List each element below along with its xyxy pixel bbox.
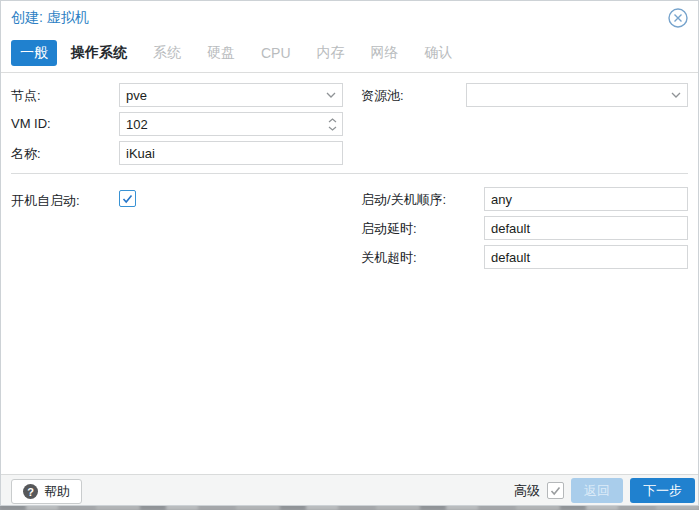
back-button: 返回 [571, 478, 623, 503]
name-input[interactable] [120, 143, 342, 163]
onboot-label: 开机自启动: [11, 192, 80, 210]
pool-input[interactable] [467, 85, 665, 105]
startup-delay-input[interactable] [485, 218, 687, 238]
startup-order-field[interactable] [484, 187, 688, 211]
tab-general[interactable]: 一般 [11, 40, 57, 66]
node-input[interactable] [120, 85, 320, 105]
next-button[interactable]: 下一步 [630, 478, 695, 503]
advanced-section-divider [11, 173, 688, 174]
node-combobox[interactable] [119, 83, 343, 107]
name-label: 名称: [11, 145, 41, 163]
wizard-tabbar: 一般 操作系统 系统 硬盘 CPU 内存 网络 确认 [11, 40, 479, 66]
create-vm-dialog: 创建: 虚拟机 一般 操作系统 系统 硬盘 CPU 内存 网络 确认 节点: V… [0, 0, 699, 506]
shutdown-timeout-field[interactable] [484, 245, 688, 269]
help-button-label: 帮助 [44, 483, 70, 501]
help-icon: ? [23, 484, 38, 499]
spinner-arrows-icon[interactable] [322, 113, 342, 135]
pool-label: 资源池: [361, 87, 404, 105]
onboot-checkbox[interactable] [119, 190, 136, 207]
startup-order-input[interactable] [485, 189, 687, 209]
shutdown-timeout-label: 关机超时: [361, 249, 417, 267]
tab-system: 系统 [153, 44, 181, 62]
dialog-title: 创建: 虚拟机 [11, 9, 89, 27]
advanced-label: 高级 [514, 482, 540, 500]
vmid-spinner[interactable] [119, 112, 343, 136]
startup-delay-field[interactable] [484, 216, 688, 240]
advanced-checkbox[interactable] [547, 482, 564, 499]
tab-memory: 内存 [317, 44, 345, 62]
form-panel [1, 72, 698, 474]
chevron-down-icon[interactable] [665, 84, 687, 106]
node-label: 节点: [11, 87, 41, 105]
tab-os[interactable]: 操作系统 [71, 44, 127, 62]
dialog-footer: ? 帮助 高级 返回 下一步 [1, 474, 698, 505]
chevron-down-icon[interactable] [320, 84, 342, 106]
close-icon[interactable] [667, 7, 689, 29]
shutdown-timeout-input[interactable] [485, 247, 687, 267]
startup-order-label: 启动/关机顺序: [361, 191, 446, 209]
vmid-input[interactable] [120, 114, 322, 134]
help-button[interactable]: ? 帮助 [11, 479, 82, 504]
tab-network: 网络 [371, 44, 399, 62]
startup-delay-label: 启动延时: [361, 220, 417, 238]
vmid-label: VM ID: [11, 116, 51, 131]
tab-disks: 硬盘 [207, 44, 235, 62]
tab-cpu: CPU [261, 45, 291, 61]
pool-combobox[interactable] [466, 83, 688, 107]
tab-confirm: 确认 [425, 44, 453, 62]
footer-actions: 高级 返回 下一步 [514, 478, 695, 503]
name-field[interactable] [119, 141, 343, 165]
